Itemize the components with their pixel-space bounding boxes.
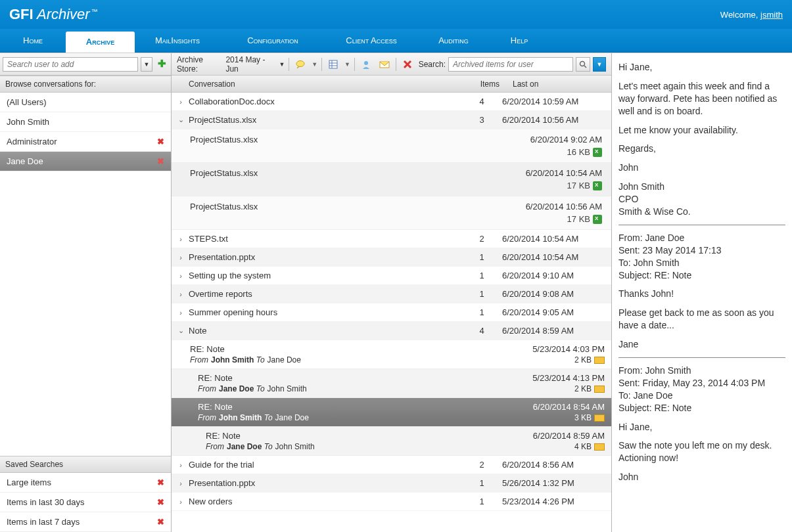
conversation-row[interactable]: ⌄ProjectStatus.xlsx36/20/2014 10:56 AM	[172, 111, 611, 129]
delete-button[interactable]	[400, 57, 415, 72]
nav-tabs: Home Archive MailInsights Configuration …	[0, 29, 792, 53]
user-item[interactable]: John Smith	[0, 112, 171, 132]
conversation-row[interactable]: ›Presentation.pptx15/26/2014 1:32 PM	[172, 474, 611, 493]
user-icon-button[interactable]	[359, 57, 373, 72]
message-item[interactable]: RE: Note5/23/2014 4:13 PMFrom Jane Doe T…	[172, 369, 611, 398]
remove-user-icon[interactable]: ✖	[157, 137, 164, 146]
svg-rect-1	[329, 60, 337, 68]
view-dropdown-icon[interactable]: ▼	[344, 61, 350, 68]
conversation-child[interactable]: ProjectStatus.xlsx6/20/2014 10:54 AM17 K…	[172, 163, 611, 196]
conversation-list: ›CollaborationDoc.docx46/20/2014 10:59 A…	[172, 93, 611, 532]
remove-saved-icon[interactable]: ✖	[157, 477, 164, 487]
svg-point-7	[580, 61, 585, 66]
user-search-bar: ▼ ✚	[0, 53, 171, 76]
excel-icon	[593, 148, 602, 157]
conversation-row[interactable]: ›Guide for the trial26/20/2014 8:56 AM	[172, 456, 611, 474]
expand-icon[interactable]: ›	[175, 290, 186, 298]
left-panel: ▼ ✚ Browse conversations for: (All Users…	[0, 53, 172, 532]
conversation-row[interactable]: ⌄Note46/20/2014 8:59 AM	[172, 322, 611, 340]
message-item[interactable]: RE: Note5/23/2014 4:03 PMFrom John Smith…	[172, 340, 611, 369]
mail-icon	[594, 357, 605, 364]
preview-pane: Hi Jane, Let's meet again this week and …	[612, 53, 792, 532]
remove-user-icon[interactable]: ✖	[157, 156, 164, 166]
expand-icon[interactable]: ›	[175, 98, 186, 106]
view-list-button[interactable]	[326, 57, 340, 72]
conversation-row[interactable]: ›Setting up the system16/20/2014 9:10 AM	[172, 267, 611, 285]
col-items[interactable]: Items	[465, 79, 506, 89]
conversation-row[interactable]: ›New orders15/23/2014 4:26 PM	[172, 493, 611, 511]
expand-icon[interactable]: ›	[175, 498, 186, 506]
archive-store-label: Archive Store:	[177, 55, 221, 74]
search-user-dropdown[interactable]: ▼	[141, 57, 152, 72]
mail-icon	[594, 414, 605, 422]
saved-search-item[interactable]: Items in last 30 days✖	[0, 493, 171, 512]
conversation-child[interactable]: ProjectStatus.xlsx6/20/2014 10:56 AM17 K…	[172, 196, 611, 230]
tab-auditing[interactable]: Auditing	[417, 29, 490, 52]
excel-icon	[593, 215, 602, 224]
archive-toolbar: Archive Store: 2014 May - Jun ▼ ▼ ▼ Sear…	[172, 53, 611, 76]
reply-dropdown-icon[interactable]: ▼	[312, 61, 317, 68]
tab-mailinsights[interactable]: MailInsights	[135, 29, 220, 52]
remove-saved-icon[interactable]: ✖	[157, 517, 164, 527]
search-archive-input[interactable]	[448, 57, 573, 72]
conversation-row[interactable]: ›Overtime reports16/20/2014 9:08 AM	[172, 285, 611, 303]
conversation-row[interactable]: ›CollaborationDoc.docx46/20/2014 10:59 A…	[172, 93, 611, 111]
svg-line-8	[584, 66, 586, 68]
archive-store-dropdown-icon[interactable]: ▼	[279, 61, 285, 68]
col-last-on[interactable]: Last on	[506, 79, 611, 89]
archive-store-value[interactable]: 2014 May - Jun	[225, 55, 275, 74]
mail-icon-button[interactable]	[377, 57, 392, 72]
remove-saved-icon[interactable]: ✖	[157, 497, 164, 507]
header-bar: GFI Archiver™ Welcome, jsmith	[0, 0, 792, 29]
user-item[interactable]: Jane Doe✖	[0, 152, 171, 171]
tab-client-access[interactable]: Client Access	[325, 29, 417, 52]
expand-icon[interactable]: ⌄	[175, 326, 186, 335]
reply-button[interactable]	[293, 57, 308, 72]
expand-icon[interactable]: ›	[175, 235, 186, 243]
expand-icon[interactable]: ›	[175, 272, 186, 280]
expand-icon[interactable]: ›	[175, 309, 186, 317]
mail-icon	[594, 386, 605, 393]
search-dropdown-button[interactable]: ▼	[593, 57, 606, 72]
user-item[interactable]: (All Users)	[0, 93, 171, 112]
search-label: Search:	[419, 60, 446, 69]
mail-icon	[594, 443, 605, 451]
saved-search-item[interactable]: Large items✖	[0, 473, 171, 493]
message-item[interactable]: RE: Note6/20/2014 8:59 AMFrom Jane Doe T…	[172, 427, 611, 456]
expand-icon[interactable]: ›	[175, 461, 186, 469]
welcome-text: Welcome, jsmith	[720, 10, 783, 20]
message-item[interactable]: RE: Note6/20/2014 8:54 AMFrom John Smith…	[172, 398, 611, 427]
saved-searches-header: Saved Searches	[0, 456, 171, 473]
svg-point-0	[296, 60, 304, 66]
add-user-button[interactable]: ✚	[155, 58, 168, 71]
excel-icon	[593, 181, 602, 190]
conversation-child[interactable]: ProjectStatus.xlsx6/20/2014 9:02 AM16 KB	[172, 129, 611, 163]
product-logo: GFI Archiver™	[9, 6, 98, 23]
expand-icon[interactable]: ›	[175, 479, 186, 487]
user-item[interactable]: Administrator✖	[0, 132, 171, 152]
browse-header: Browse conversations for:	[0, 76, 171, 93]
column-headers: Conversation Items Last on	[172, 76, 611, 93]
tab-configuration[interactable]: Configuration	[220, 29, 325, 52]
expand-icon[interactable]: ›	[175, 254, 186, 261]
tab-archive[interactable]: Archive	[66, 32, 135, 53]
center-panel: Archive Store: 2014 May - Jun ▼ ▼ ▼ Sear…	[172, 53, 612, 532]
conversation-row[interactable]: ›Summer opening hours16/20/2014 9:05 AM	[172, 303, 611, 322]
saved-search-item[interactable]: Items in last 7 days✖	[0, 512, 171, 532]
conversation-row[interactable]: ›STEPS.txt26/20/2014 10:54 AM	[172, 230, 611, 248]
tab-help[interactable]: Help	[490, 29, 549, 52]
expand-icon[interactable]: ⌄	[175, 116, 186, 124]
svg-point-5	[364, 61, 368, 65]
user-link[interactable]: jsmith	[760, 10, 783, 20]
conversation-row[interactable]: ›Presentation.pptx16/20/2014 10:54 AM	[172, 248, 611, 267]
tab-home[interactable]: Home	[0, 29, 66, 52]
search-user-input[interactable]	[3, 57, 138, 72]
col-conversation[interactable]: Conversation	[172, 79, 465, 89]
search-go-button[interactable]	[576, 57, 590, 72]
